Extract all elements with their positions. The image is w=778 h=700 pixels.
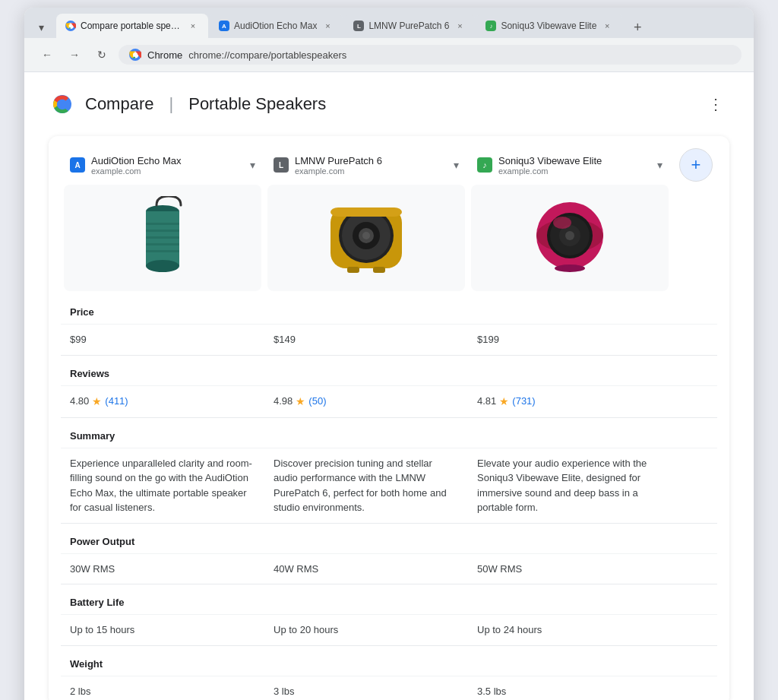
tab-compare[interactable]: Compare portable speaker × — [56, 14, 208, 38]
tab-compare-close[interactable]: × — [187, 20, 199, 32]
weight-cell-1: 3 lbs — [264, 676, 468, 701]
product-name-2: Soniqu3 Vibewave Elite — [498, 155, 651, 166]
page-title-category: Portable Speakers — [188, 94, 326, 114]
svg-rect-13 — [146, 243, 179, 245]
page-header-left: Compare | Portable Speakers — [49, 90, 326, 118]
tab-lmnw[interactable]: L LMNW PurePatch 6 × — [344, 14, 475, 38]
browser-window: ▾ Compare portable speaker × A AudiOt — [24, 8, 754, 700]
product-header-0[interactable]: A AudiOtion Echo Max example.com ▾ — [61, 148, 264, 182]
tab-audiotion-close[interactable]: × — [321, 20, 334, 32]
power-cell-2: 50W RMS — [468, 554, 672, 584]
more-options-button[interactable]: ⋮ — [702, 90, 729, 118]
tab-audiotion[interactable]: A AudiOtion Echo Max × — [210, 14, 343, 38]
price-cell-2: $199 — [468, 325, 672, 355]
google-logo-icon — [49, 90, 76, 118]
speaker-svg-1 — [324, 196, 408, 280]
power-section-label: Power Output — [61, 523, 717, 553]
svg-rect-11 — [146, 230, 179, 232]
battery-cell-0: Up to 15 hours — [61, 615, 264, 645]
battery-cell-2: Up to 24 hours — [468, 615, 672, 645]
address-input[interactable]: Chrome chrome://compare/portablespeakers — [119, 45, 742, 65]
page-title-divider: | — [169, 94, 173, 114]
tab-soniqu3-close[interactable]: × — [601, 20, 613, 32]
price-cell-empty — [672, 325, 717, 355]
weight-section-label: Weight — [61, 645, 717, 676]
product-header-1[interactable]: L LMNW PurePatch 6 example.com ▾ — [264, 148, 468, 182]
power-cell-0: 30W RMS — [61, 554, 264, 584]
price-cell-0: $99 — [61, 325, 264, 355]
product-favicon-2: ♪ — [477, 157, 492, 173]
page-title-compare: Compare — [85, 94, 153, 114]
tab-lmnw-favicon: L — [353, 21, 364, 31]
product-header-text-0: AudiOtion Echo Max example.com — [91, 155, 244, 176]
weight-cell-empty — [672, 676, 717, 701]
refresh-button[interactable]: ↻ — [91, 44, 112, 65]
rating-value-0: 4.80 — [70, 394, 89, 409]
summary-cell-2: Elevate your audio experience with the S… — [468, 448, 672, 523]
summary-cell-0: Experience unparalleled clarity and room… — [61, 448, 264, 523]
page-header: Compare | Portable Speakers ⋮ — [49, 90, 729, 118]
forward-button[interactable]: → — [64, 44, 85, 65]
tab-bar: ▾ Compare portable speaker × A AudiOt — [24, 8, 754, 38]
svg-rect-21 — [347, 267, 359, 273]
review-count-0[interactable]: (411) — [105, 394, 128, 409]
reviews-cell-2: 4.81 ★ (731) — [468, 386, 672, 417]
product-name-1: LMNW PurePatch 6 — [295, 155, 448, 166]
review-count-1[interactable]: (50) — [308, 394, 326, 409]
price-row: $99 $149 $199 — [61, 324, 717, 355]
svg-rect-12 — [146, 236, 179, 239]
svg-point-30 — [553, 217, 571, 229]
add-product-button[interactable]: + — [679, 148, 713, 182]
product-domain-1: example.com — [295, 166, 448, 176]
product-headers: A AudiOtion Echo Max example.com ▾ L LMN… — [49, 136, 729, 182]
weight-row: 2 lbs 3 lbs 3.5 lbs — [61, 676, 717, 701]
summary-section-label: Summary — [61, 417, 717, 448]
review-count-2[interactable]: (731) — [512, 394, 535, 409]
star-icon-2: ★ — [499, 394, 509, 410]
svg-rect-10 — [146, 223, 179, 225]
reviews-cell-1: 4.98 ★ (50) — [264, 386, 468, 417]
page-content: Compare | Portable Speakers ⋮ A AudiOtio… — [24, 72, 754, 700]
rating-value-1: 4.98 — [274, 394, 293, 409]
tab-dropdown-button[interactable]: ▾ — [30, 17, 52, 38]
tab-compare-favicon — [65, 21, 76, 31]
tab-soniqu3-title: Soniqu3 Vibewave Elite — [501, 21, 596, 31]
new-tab-button[interactable]: + — [627, 17, 648, 38]
reviews-cell-empty — [672, 386, 717, 417]
svg-rect-14 — [146, 250, 179, 252]
reviews-cell-0: 4.80 ★ (411) — [61, 386, 264, 417]
tab-soniqu3-favicon: ♪ — [485, 21, 496, 31]
svg-point-29 — [565, 231, 574, 240]
star-icon-1: ★ — [296, 394, 305, 410]
svg-point-5 — [133, 52, 138, 57]
product-dropdown-arrow-2[interactable]: ▾ — [657, 159, 663, 171]
tab-audiotion-title: AudiOtion Echo Max — [234, 21, 317, 31]
star-icon-0: ★ — [92, 394, 102, 410]
svg-point-20 — [362, 232, 370, 239]
svg-point-2 — [69, 24, 73, 28]
price-cell-1: $149 — [264, 325, 468, 355]
product-dropdown-arrow-1[interactable]: ▾ — [454, 159, 459, 171]
product-domain-2: example.com — [498, 166, 651, 176]
product-image-1 — [267, 185, 465, 291]
battery-cell-empty — [672, 615, 717, 645]
product-dropdown-arrow-0[interactable]: ▾ — [250, 159, 255, 171]
svg-rect-23 — [330, 207, 402, 217]
power-cell-empty — [672, 554, 717, 584]
address-bar: ← → ↻ Chrome chrome://compare/portablesp… — [24, 38, 754, 72]
product-name-0: AudiOtion Echo Max — [91, 155, 244, 166]
image-placeholder — [672, 182, 717, 294]
compare-card: A AudiOtion Echo Max example.com ▾ L LMN… — [49, 136, 729, 700]
speaker-svg-2 — [528, 196, 612, 280]
battery-section-label: Battery Life — [61, 584, 717, 614]
address-url: chrome://compare/portablespeakers — [188, 49, 346, 61]
product-image-2 — [471, 185, 669, 291]
chrome-logo-icon — [129, 49, 141, 61]
product-header-2[interactable]: ♪ Soniqu3 Vibewave Elite example.com ▾ — [468, 148, 672, 182]
tab-lmnw-close[interactable]: × — [454, 20, 466, 32]
back-button[interactable]: ← — [36, 44, 58, 65]
tab-compare-title: Compare portable speaker — [81, 21, 182, 31]
battery-row: Up to 15 hours Up to 20 hours Up to 24 h… — [61, 614, 717, 645]
tab-soniqu3[interactable]: ♪ Soniqu3 Vibewave Elite × — [476, 14, 622, 38]
product-images — [49, 182, 729, 294]
